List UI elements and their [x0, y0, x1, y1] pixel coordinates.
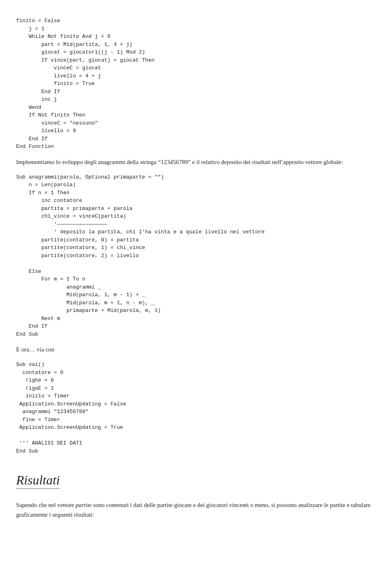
risultati-heading-container: Risultati — [16, 465, 371, 494]
prose-paragraph-1: Implementiamo lo sviluppo degli anagramm… — [16, 157, 371, 167]
code-block-2: Sub anagrammi(parola, Optional primapart… — [16, 173, 371, 339]
code-block-3: Sub vai() contatore = 0 righe = 0 rigaE … — [16, 361, 371, 455]
code-block-1: finito = False j = 1 While Not finito An… — [16, 17, 371, 151]
prose-3-italic: partite — [75, 502, 92, 508]
prose-paragraph-3: Sapendo che nel vettore partite sono con… — [16, 500, 371, 519]
risultati-heading: Risultati — [16, 473, 60, 489]
prose-3-start: Sapendo che nel vettore — [16, 502, 75, 508]
prose-paragraph-2: E ora… via con — [16, 345, 371, 354]
